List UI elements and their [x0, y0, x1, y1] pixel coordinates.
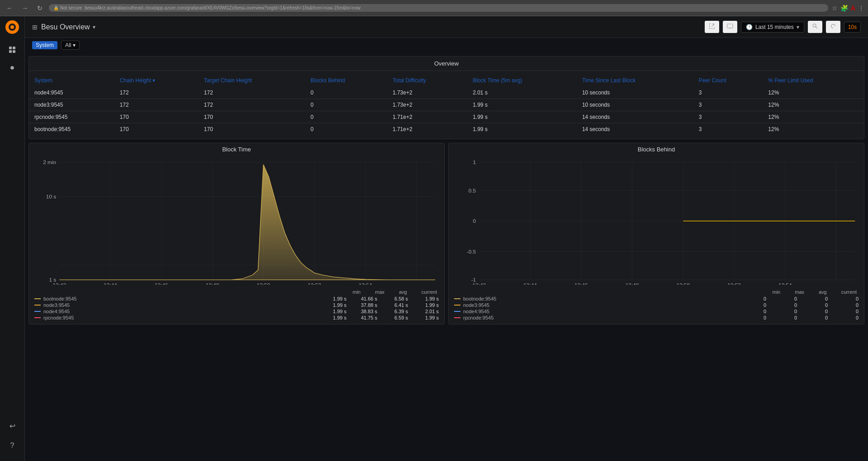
tv-mode-button[interactable] — [723, 21, 737, 33]
svg-text:1: 1 — [473, 160, 476, 165]
cell-target-chain-height: 170 — [199, 111, 305, 123]
address-bar[interactable]: 🔒 Not secure besuu4krz.australiasoutheas… — [49, 4, 828, 12]
svg-text:0.5: 0.5 — [469, 188, 476, 193]
svg-text:12:44: 12:44 — [523, 283, 537, 285]
overview-table: System Chain Height ▾ Target Chain Heigh… — [29, 75, 864, 135]
title-chevron: ▾ — [93, 24, 95, 30]
svg-text:12:48: 12:48 — [206, 283, 219, 285]
sidebar: ↩ ? — [0, 16, 25, 461]
time-range-label: Last 15 minutes — [755, 24, 794, 30]
all-dropdown-button[interactable]: All ▾ — [61, 41, 80, 50]
block-time-chart-area: 2 min 10 s 1 s 12:42 12:44 12:46 12:48 1… — [29, 155, 444, 287]
menu-icon[interactable]: ⋮ — [858, 5, 864, 12]
cell-blocks-behind: 0 — [305, 111, 387, 123]
legend-header: minmaxavgcurrent — [34, 289, 439, 295]
cell-peer-limit: 12% — [763, 99, 864, 111]
block-time-panel: Block Time — [28, 143, 445, 325]
dashboard-title[interactable]: Besu Overview ▾ — [41, 23, 95, 31]
cell-peer-count: 3 — [693, 111, 763, 123]
svg-text:12:50: 12:50 — [256, 283, 270, 285]
sidebar-item-dashboards[interactable] — [4, 42, 20, 58]
svg-text:12:44: 12:44 — [104, 283, 117, 285]
extensions-icon[interactable]: 🧩 — [840, 5, 848, 12]
profile-icon[interactable]: A — [851, 5, 855, 12]
cell-chain-height: 170 — [114, 111, 199, 123]
sidebar-item-help[interactable]: ? — [4, 437, 20, 454]
cell-total-difficulty: 1.73e+2 — [387, 99, 467, 111]
cell-chain-height: 170 — [114, 123, 199, 136]
reload-button[interactable]: ↻ — [34, 4, 45, 13]
cell-peer-limit: 12% — [763, 111, 864, 123]
svg-text:0: 0 — [473, 219, 476, 224]
cell-block-time: 1.99 s — [467, 123, 577, 136]
col-peer-count[interactable]: Peer Count — [693, 75, 763, 87]
cell-block-time: 1.99 s — [467, 99, 577, 111]
search-button[interactable] — [808, 21, 822, 33]
legend-item: node3:9545 1.99 s 37.88 s 6.41 s 1.99 s — [34, 302, 439, 308]
col-total-difficulty[interactable]: Total Difficulty — [387, 75, 467, 87]
url-text: besuu4krz.australiasoutheast.cloudapp.az… — [85, 5, 360, 10]
table-row: rpcnode:9545 170 170 0 1.71e+2 1.99 s 14… — [29, 111, 864, 123]
legend-item: bootnode:9545 1.99 s 41.66 s 6.58 s 1.99… — [34, 296, 439, 301]
svg-text:12:48: 12:48 — [626, 283, 639, 285]
legend-item: bootnode:9545 0 0 0 0 — [454, 296, 859, 301]
cell-time-since: 10 seconds — [577, 87, 693, 99]
dropdown-chevron-icon: ▾ — [73, 42, 76, 48]
col-time-since-last[interactable]: Time Since Last Block — [577, 75, 693, 87]
col-chain-height[interactable]: Chain Height ▾ — [114, 75, 199, 87]
svg-text:12:50: 12:50 — [676, 283, 690, 285]
cell-chain-height: 172 — [114, 87, 199, 99]
blocks-behind-chart-area: 1 0.5 0 -0.5 -1 12:42 12:44 12:46 12:48 … — [449, 155, 864, 287]
svg-rect-9 — [727, 24, 733, 28]
table-row: bootnode:9545 170 170 0 1.71e+2 1.99 s 1… — [29, 123, 864, 136]
cell-total-difficulty: 1.71e+2 — [387, 123, 467, 136]
grafana-logo[interactable] — [5, 20, 19, 34]
sidebar-item-settings[interactable] — [4, 60, 20, 76]
share-button[interactable] — [705, 21, 719, 33]
col-system[interactable]: System — [29, 75, 114, 87]
legend-item: node4:9545 1.99 s 38.83 s 6.39 s 2.01 s — [34, 309, 439, 314]
col-peer-limit[interactable]: % Peer Limit Used — [763, 75, 864, 87]
forward-button[interactable]: → — [19, 4, 31, 13]
app-container: ↩ ? ⊞ Besu Overview ▾ 🕐 — [0, 16, 868, 461]
browser-actions: ☆ 🧩 A ⋮ — [832, 5, 864, 12]
col-block-time[interactable]: Block Time (5m avg) — [467, 75, 577, 87]
back-button[interactable]: ← — [4, 4, 15, 13]
panels-area: Overview System Chain Height ▾ Target Ch… — [25, 52, 868, 461]
sidebar-item-signin[interactable]: ↩ — [4, 418, 20, 434]
cell-time-since: 10 seconds — [577, 99, 693, 111]
time-range-picker[interactable]: 🕐 Last 15 minutes ▾ — [741, 22, 804, 33]
block-time-title: Block Time — [29, 143, 444, 155]
table-row: node4:9545 172 172 0 1.73e+2 2.01 s 10 s… — [29, 87, 864, 99]
col-blocks-behind[interactable]: Blocks Behind — [305, 75, 387, 87]
cell-peer-count: 3 — [693, 99, 763, 111]
legend-item: rpcnode:9545 1.99 s 41.75 s 6.59 s 1.99 … — [34, 315, 439, 320]
cell-system: rpcnode:9545 — [29, 111, 114, 123]
svg-rect-3 — [9, 47, 12, 49]
blocks-behind-svg: 1 0.5 0 -0.5 -1 12:42 12:44 12:46 12:48 … — [452, 157, 860, 285]
cell-chain-height: 172 — [114, 99, 199, 111]
cell-time-since: 14 seconds — [577, 111, 693, 123]
sync-button[interactable] — [826, 21, 840, 33]
svg-rect-4 — [13, 47, 15, 49]
cell-block-time: 1.99 s — [467, 111, 577, 123]
svg-text:10 s: 10 s — [46, 194, 57, 199]
clock-icon: 🕐 — [746, 24, 753, 30]
svg-text:2 min: 2 min — [43, 160, 56, 165]
svg-text:12:54: 12:54 — [778, 283, 792, 285]
col-target-chain-height[interactable]: Target Chain Height — [199, 75, 305, 87]
cell-system: node3:9545 — [29, 99, 114, 111]
svg-text:12:52: 12:52 — [308, 283, 321, 285]
blocks-behind-legend: minmaxavgcurrent bootnode:9545 0 0 0 0 n… — [449, 287, 864, 324]
main-content: ⊞ Besu Overview ▾ 🕐 Last 15 minutes ▾ — [25, 16, 868, 461]
cell-peer-count: 3 — [693, 87, 763, 99]
svg-rect-6 — [13, 50, 15, 53]
bookmark-icon[interactable]: ☆ — [832, 5, 838, 12]
refresh-interval-button[interactable]: 10s — [844, 22, 861, 33]
system-tag-button[interactable]: System — [32, 41, 57, 49]
blocks-behind-title: Blocks Behind — [449, 143, 864, 155]
time-chevron-icon: ▾ — [797, 24, 799, 30]
browser-chrome: ← → ↻ 🔒 Not secure besuu4krz.australiaso… — [0, 0, 868, 16]
cell-target-chain-height: 172 — [199, 99, 305, 111]
legend-item: node3:9545 0 0 0 0 — [454, 302, 859, 308]
